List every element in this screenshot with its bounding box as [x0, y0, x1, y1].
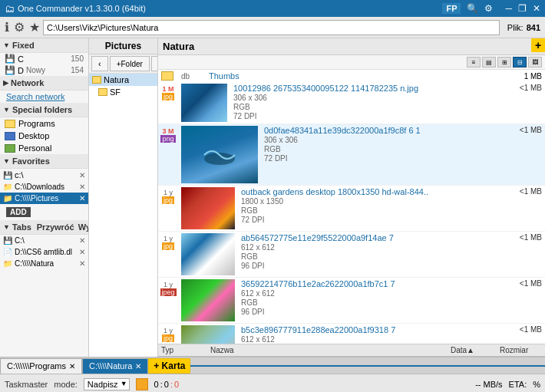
- search-network-link[interactable]: Search network: [0, 91, 88, 103]
- plik-label: Plik:: [507, 23, 524, 32]
- titlebar: 🗂 One Commander v1.3.30.0 (64bit) FP 🔍 ⚙…: [0, 0, 545, 17]
- drive-c-icon: 💾: [5, 54, 15, 64]
- file-row-1[interactable]: 1 M jpg 10012986 2675353400095122 114178…: [158, 82, 545, 124]
- tab-c-close[interactable]: ✕: [79, 236, 85, 245]
- tree-item-natura[interactable]: Natura: [89, 74, 157, 86]
- tabs-label: Tabs: [12, 222, 31, 232]
- mode-label: mode:: [54, 380, 78, 389]
- fav-pictures-icon: 📁: [3, 194, 12, 203]
- special-folders-label: Special folders: [12, 105, 72, 114]
- tab-natura[interactable]: C:\\\\Natura ✕: [82, 358, 148, 374]
- settings-icon[interactable]: ⚙: [484, 3, 493, 14]
- search-icon[interactable]: 🔍: [467, 3, 478, 14]
- file5-ext: jpeg: [160, 288, 177, 296]
- favorites-arrow: ▼: [3, 157, 10, 165]
- titlebar-left: 🗂 One Commander v1.3.30.0 (64bit): [5, 3, 146, 15]
- file4-age: 1 y: [164, 235, 173, 242]
- new-tab-button[interactable]: + Karta: [148, 358, 190, 374]
- fav-downloads-close[interactable]: ✕: [79, 183, 85, 191]
- up-button[interactable]: C:\: [151, 56, 158, 71]
- col-typ[interactable]: Typ: [161, 346, 207, 354]
- fixed-section-header[interactable]: ▼ Fixed: [0, 38, 88, 53]
- file-row-2[interactable]: 3 M png 0d0fae48341a11e39dc322000a1f9c8f…: [158, 124, 545, 186]
- view-thumb-btn[interactable]: ⊟: [513, 57, 527, 68]
- tab-natura-close[interactable]: ✕: [135, 362, 141, 371]
- drive-c[interactable]: 💾 C 150: [0, 53, 88, 64]
- restore-button[interactable]: ❐: [518, 3, 527, 14]
- status-orange-btn[interactable]: [136, 378, 148, 390]
- tabs-clear-link[interactable]: Wyczyść: [78, 222, 89, 232]
- file-row-thumbs[interactable]: db Thumbs 1 MB: [158, 70, 545, 82]
- file-row-3[interactable]: 1 y jpg outback gardens desktop 1800x135…: [158, 186, 545, 232]
- file4-dims: 612 x 612: [241, 243, 500, 252]
- tab-item-natura[interactable]: 📁 C:\\\\Natura ✕: [0, 258, 88, 269]
- tab-cs6-close[interactable]: ✕: [79, 248, 85, 256]
- folder-programs[interactable]: Programs: [0, 117, 88, 130]
- close-button[interactable]: ✕: [533, 3, 540, 14]
- file2-dims: 306 x 306: [264, 136, 500, 144]
- gear-icon[interactable]: ⚙: [14, 20, 25, 35]
- view-list-btn[interactable]: ≡: [467, 57, 481, 68]
- view-small-btn[interactable]: ⊞: [497, 57, 511, 68]
- tab-c-path: C:\: [15, 236, 25, 245]
- counter-sep2: :: [170, 380, 173, 389]
- tab-programs-close[interactable]: ✕: [69, 362, 75, 371]
- network-label: Network: [11, 78, 44, 87]
- drive-d[interactable]: 💾 D Nowy 154: [0, 64, 88, 76]
- col-data[interactable]: Data▲: [451, 346, 497, 354]
- file2-thumb: [181, 126, 258, 183]
- right-panel: Natura + ≡ ▤ ⊞ ⊟ 🖼 db Thumbs 1 MB 1 M: [158, 38, 545, 357]
- file4-meta-left: 1 y jpg: [161, 233, 175, 250]
- thumbs-db-label: db: [181, 72, 204, 81]
- special-folders-header[interactable]: ▼ Special folders: [0, 103, 88, 117]
- favorites-header[interactable]: ▼ Favorites: [0, 154, 88, 169]
- fav-item-c[interactable]: 💾 c:\ ✕: [0, 169, 88, 181]
- tabs-section-header[interactable]: ▼ Tabs Przywróć Wyczyść: [0, 220, 88, 235]
- tab-item-c[interactable]: 💾 C:\ ✕: [0, 235, 88, 246]
- tabs-restore-link[interactable]: Przywróć: [37, 222, 74, 232]
- mode-dropdown[interactable]: Nadpisz ▼: [84, 378, 130, 390]
- file5-meta-left: 1 y jpeg: [161, 279, 175, 296]
- info-icon[interactable]: ℹ: [5, 20, 9, 35]
- file3-dpi: 72 DPI: [241, 216, 500, 224]
- view-details-btn[interactable]: ▤: [482, 57, 496, 68]
- file3-age: 1 y: [164, 189, 173, 196]
- star-icon[interactable]: ★: [29, 20, 40, 35]
- minimize-button[interactable]: ─: [505, 3, 512, 14]
- address-bar[interactable]: [43, 20, 500, 35]
- file6-info: b5c3e896777911e288ea22000a1f9318 7 612 x…: [241, 325, 500, 344]
- main-area: ▼ Fixed 💾 C 150 💾 D Nowy 154 ▶ Network S…: [0, 38, 545, 357]
- back-button[interactable]: ‹: [91, 56, 108, 71]
- speed-label: -- MB/s: [475, 380, 502, 389]
- folder-button[interactable]: +Folder: [110, 56, 150, 71]
- col-rozmiar[interactable]: Rozmiar: [500, 346, 542, 354]
- tab-cs6-icon: 📄: [3, 248, 12, 256]
- folder-desktop[interactable]: Desktop: [0, 130, 88, 142]
- fav-pictures-close[interactable]: ✕: [79, 194, 85, 203]
- titlebar-controls[interactable]: FP 🔍 ⚙ ─ ❐ ✕: [442, 3, 540, 14]
- file-row-4[interactable]: 1 y jpg ab564572775e11e29f5522000a9f14ae…: [158, 232, 545, 278]
- folder-personal[interactable]: Personal: [0, 142, 88, 154]
- mode-value: Nadpisz: [88, 380, 118, 389]
- col-nazwa[interactable]: Nazwa: [210, 346, 448, 354]
- fav-downloads-icon: 📁: [3, 183, 12, 191]
- fav-c-close[interactable]: ✕: [79, 171, 85, 180]
- file5-dpi: 96 DPI: [241, 308, 500, 316]
- tab-item-cs6[interactable]: 📄 D:\\CS6 amtlib.dll ✕: [0, 246, 88, 258]
- tab-natura-close[interactable]: ✕: [79, 259, 85, 268]
- network-section-header[interactable]: ▶ Network: [0, 76, 88, 91]
- add-favorite-button[interactable]: ADD: [6, 207, 31, 217]
- view-large-btn[interactable]: 🖼: [528, 57, 542, 68]
- file-row-6[interactable]: 1 y jpg b5c3e896777911e288ea22000a1f9318…: [158, 324, 545, 344]
- new-item-button[interactable]: +: [531, 38, 545, 52]
- tab-programs-label: C:\\\\\\Programs: [7, 361, 66, 371]
- file-row-5[interactable]: 1 y jpeg 36592214776b11e2ac2622000a1fb7c…: [158, 278, 545, 324]
- file4-dpi: 96 DPI: [241, 262, 500, 270]
- fav-item-downloads[interactable]: 📁 C:\\Downloads ✕: [0, 181, 88, 193]
- fav-item-pictures[interactable]: 📁 C:\\\\Pictures ✕: [0, 193, 88, 204]
- special-folders-arrow: ▼: [3, 106, 10, 114]
- tree-item-sf[interactable]: SF: [89, 86, 157, 98]
- file3-meta-left: 1 y jpg: [161, 187, 175, 204]
- fp-button[interactable]: FP: [442, 3, 461, 14]
- tab-programs[interactable]: C:\\\\\\Programs ✕: [0, 358, 82, 374]
